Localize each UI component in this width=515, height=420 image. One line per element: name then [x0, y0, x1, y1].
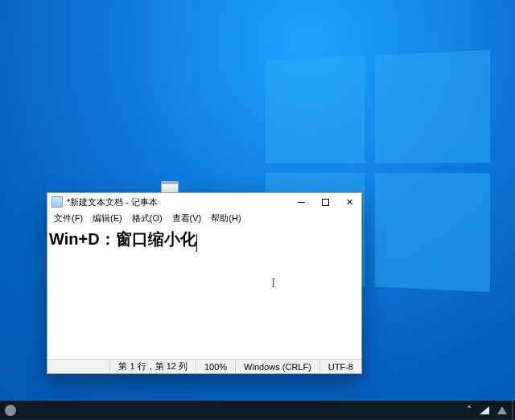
status-eol: Windows (CRLF): [235, 360, 319, 373]
titlebar[interactable]: *新建文本文档 - 记事本: [47, 193, 361, 211]
menu-file[interactable]: 文件(F): [49, 212, 88, 225]
menu-format[interactable]: 格式(O): [127, 212, 167, 225]
tray-alert-icon[interactable]: [497, 406, 507, 414]
tray-overflow-icon[interactable]: [467, 405, 472, 416]
show-desktop-button[interactable]: [512, 401, 515, 420]
notepad-icon: [52, 196, 63, 208]
status-encoding: UTF-8: [319, 360, 361, 373]
network-icon[interactable]: [480, 406, 489, 414]
notepad-window: *新建文本文档 - 记事本 文件(F) 编辑(E) 格式(O) 查看(V) 帮助…: [47, 192, 362, 374]
editor-content: Win+D：窗口缩小化: [49, 230, 196, 248]
maximize-button[interactable]: [313, 193, 337, 211]
menu-edit[interactable]: 编辑(E): [88, 212, 127, 225]
minimize-button[interactable]: [289, 193, 313, 211]
system-tray: [462, 405, 512, 416]
text-editor[interactable]: Win+D：窗口缩小化: [47, 225, 361, 359]
menu-view[interactable]: 查看(V): [167, 212, 207, 225]
taskbar[interactable]: [0, 401, 515, 420]
menubar: 文件(F) 编辑(E) 格式(O) 查看(V) 帮助(H): [47, 211, 361, 225]
status-position: 第 1 行，第 12 列: [109, 360, 196, 373]
window-title: *新建文本文档 - 记事本: [67, 196, 158, 208]
statusbar: 第 1 行，第 12 列 100% Windows (CRLF) UTF-8: [47, 359, 361, 373]
close-button[interactable]: [337, 193, 361, 211]
menu-help[interactable]: 帮助(H): [206, 212, 245, 225]
status-zoom: 100%: [196, 360, 235, 373]
start-button[interactable]: [5, 405, 16, 416]
text-caret: [196, 234, 197, 252]
